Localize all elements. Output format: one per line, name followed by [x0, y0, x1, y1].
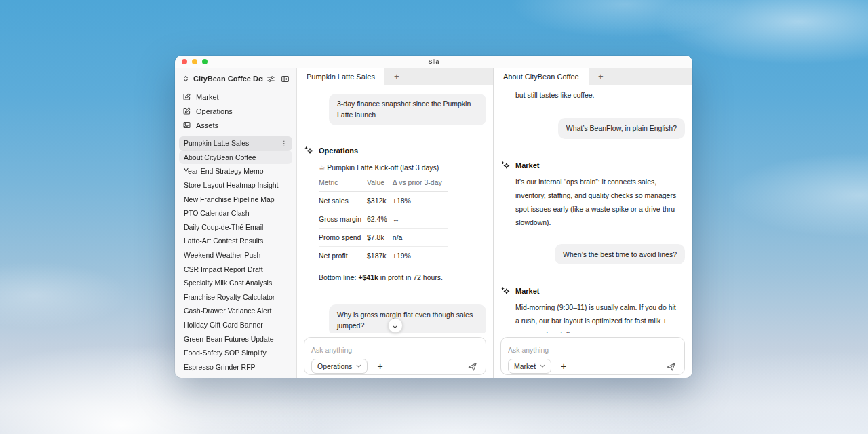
report-title: ☕ Pumpkin Latte Kick-off (last 3 days): [319, 163, 486, 172]
sidebar-item-assets[interactable]: Assets: [179, 118, 292, 132]
table-row: Gross margin62.4%↔: [319, 210, 448, 228]
composer: Operations +: [304, 337, 486, 375]
settings-sliders-icon[interactable]: [267, 75, 275, 83]
workspace-switcher[interactable]: CityBean Coffee Demo...: [179, 72, 292, 85]
chat-item[interactable]: Store-Layout Heatmap Insight: [179, 178, 292, 193]
chevron-down-icon: [356, 364, 361, 368]
assistant-message: Market It’s our internal “ops brain”: it…: [500, 161, 685, 229]
panel-about-citybean-coffee: About CityBean Coffee + but still tastes…: [494, 68, 692, 378]
user-message: When’s the best time to avoid lines?: [555, 244, 685, 264]
assistant-message: Operations ☕ Pumpkin Latte Kick-off (las…: [304, 146, 486, 281]
window-title: Sila: [175, 58, 692, 65]
scroll-to-bottom-button[interactable]: [388, 318, 403, 333]
chat-item-pumpkin-latte-sales[interactable]: Pumpkin Latte Sales ⋮: [179, 136, 292, 151]
new-tab-button[interactable]: +: [384, 68, 409, 85]
compose-icon: [182, 106, 191, 115]
table-header: Value: [367, 178, 393, 192]
user-message: Why is gross margin flat even though sal…: [329, 304, 486, 333]
chat-item[interactable]: Cash-Drawer Variance Alert: [179, 304, 292, 318]
table-row: Net profit$187k+19%: [319, 246, 448, 264]
sidebar-item-operations[interactable]: Operations: [179, 104, 292, 118]
image-icon: [182, 121, 191, 130]
titlebar: Sila: [175, 56, 692, 68]
add-attachment-button[interactable]: +: [377, 361, 382, 371]
chat-item[interactable]: PTO Calendar Clash: [179, 206, 292, 220]
bottom-line: Bottom line: +$41k in profit in 72 hours…: [319, 273, 486, 281]
chat-item[interactable]: Food-Safety SOP Simplify: [179, 346, 292, 360]
chat-item[interactable]: Daily Coup-de-Thé Email: [179, 220, 292, 235]
chat-item[interactable]: Holiday Gift Card Banner: [179, 318, 292, 332]
sidebar: CityBean Coffee Demo... Market: [175, 68, 297, 378]
sparkle-icon: [500, 286, 511, 296]
chat-item[interactable]: CSR Impact Report Draft: [179, 262, 292, 276]
send-button[interactable]: [666, 361, 676, 372]
chat-item-menu-icon[interactable]: ⋮: [281, 140, 288, 147]
tab-bar: Pumpkin Latte Sales +: [297, 68, 493, 85]
assistant-text: Mid-morning (9:30–11) is usually calm. I…: [515, 300, 679, 333]
app-window: Sila CityBean Coffee Demo...: [175, 56, 692, 378]
assistant-name: Market: [515, 287, 539, 295]
chat-item-about-citybean-coffee[interactable]: About CityBean Coffee: [179, 151, 292, 165]
table-row: Net sales$312k+18%: [319, 191, 448, 210]
panel-pumpkin-latte-sales: Pumpkin Latte Sales + 3-day finance snap…: [297, 68, 494, 378]
ask-anything-input[interactable]: [311, 346, 479, 354]
send-icon: [666, 361, 676, 372]
sidebar-nav: Market Operations Assets: [179, 90, 292, 132]
chevrons-up-down-icon: [182, 75, 190, 83]
agent-selector[interactable]: Operations: [311, 359, 368, 374]
chat-item[interactable]: Green-Bean Futures Update: [179, 332, 292, 346]
collapse-sidebar-icon[interactable]: [281, 75, 290, 83]
send-icon: [467, 361, 477, 372]
table-header: Metric: [319, 178, 367, 192]
chat-item[interactable]: Franchise Royalty Calculator: [179, 290, 292, 304]
tab-bar: About CityBean Coffee +: [494, 68, 692, 85]
assistant-message-fragment: but still tastes like coffee.: [515, 90, 685, 100]
compose-icon: [182, 92, 191, 101]
assistant-name: Operations: [319, 146, 358, 155]
assistant-text: It’s our internal “ops brain”: it connec…: [515, 175, 679, 229]
chat-item[interactable]: New Franchise Pipeline Map: [179, 192, 292, 206]
sidebar-item-market[interactable]: Market: [179, 90, 292, 104]
sparkle-icon: [304, 146, 314, 156]
sidebar-item-label: Market: [196, 93, 219, 101]
chat-list: Pumpkin Latte Sales ⋮ About CityBean Cof…: [179, 136, 292, 378]
assistant-message: Market Mid-morning (9:30–11) is usually …: [500, 286, 685, 333]
chat-area: but still tastes like coffee. What’s Bea…: [494, 85, 692, 378]
send-button[interactable]: [467, 361, 477, 372]
chat-item[interactable]: Weekend Weather Push: [179, 248, 292, 262]
ask-anything-input[interactable]: [508, 346, 677, 354]
sparkle-icon: [500, 161, 511, 171]
add-attachment-button[interactable]: +: [561, 361, 566, 371]
workspace-name: CityBean Coffee Demo...: [193, 75, 263, 83]
sidebar-item-label: Assets: [196, 121, 218, 130]
user-message: What’s BeanFlow, in plain English?: [558, 118, 685, 138]
chat-area: 3-day finance snapshot since the Pumpkin…: [297, 85, 493, 378]
coffee-icon: ☕: [319, 163, 325, 172]
table-row: Promo spend$7.8kn/a: [319, 228, 448, 246]
chat-item[interactable]: Specialty Milk Cost Analysis: [179, 276, 292, 290]
chat-item[interactable]: Espresso Grinder RFP: [179, 360, 292, 374]
new-tab-button[interactable]: +: [589, 68, 613, 85]
chevron-down-icon: [540, 364, 545, 368]
sidebar-item-label: Operations: [196, 107, 233, 115]
composer: Market +: [500, 337, 685, 375]
finance-table: Metric Value Δ vs prior 3-day Net sales$…: [319, 178, 448, 264]
tab-about-citybean-coffee[interactable]: About CityBean Coffee: [494, 68, 589, 85]
chat-item[interactable]: Latte-Art Contest Results: [179, 234, 292, 248]
tab-pumpkin-latte-sales[interactable]: Pumpkin Latte Sales: [297, 68, 384, 85]
chat-item[interactable]: Year-End Strategy Memo: [179, 164, 292, 178]
chat-item[interactable]: Same-Store Sales Deck: [179, 374, 292, 378]
arrow-down-icon: [391, 322, 399, 330]
agent-selector[interactable]: Market: [508, 359, 551, 374]
assistant-name: Market: [515, 161, 539, 170]
table-header: Δ vs prior 3-day: [393, 178, 448, 192]
user-message: 3-day finance snapshot since the Pumpkin…: [329, 94, 486, 125]
